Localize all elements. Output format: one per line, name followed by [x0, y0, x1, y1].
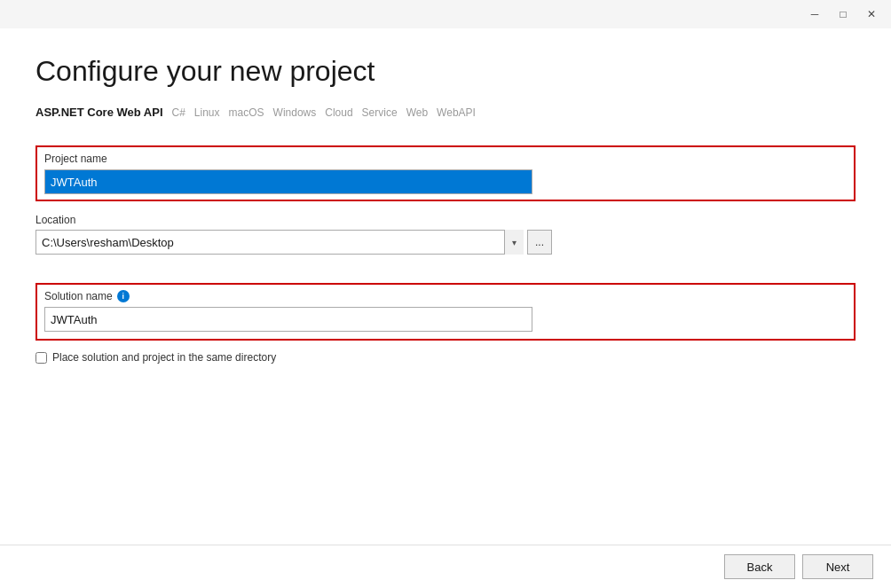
close-button[interactable]: ✕ [859, 4, 884, 24]
tag-separator: C# [172, 106, 185, 119]
bottom-bar: Back Next [0, 545, 891, 588]
tag-separator-3: macOS [229, 106, 264, 119]
tag-separator-6: Service [362, 106, 398, 119]
tag-separator-7: Web [406, 106, 428, 119]
main-content: Configure your new project ASP.NET Core … [0, 28, 891, 545]
location-label: Location [35, 214, 856, 226]
next-button[interactable]: Next [802, 554, 873, 579]
minimize-button[interactable]: ─ [802, 4, 827, 24]
back-button[interactable]: Back [724, 554, 795, 579]
project-name-label: Project name [44, 153, 847, 165]
same-directory-checkbox[interactable] [35, 352, 47, 364]
location-select-wrapper: C:\Users\resham\Desktop ▾ [35, 230, 524, 255]
form-section: Project name Location C:\Users\resham\De… [35, 145, 856, 527]
maximize-button[interactable]: □ [831, 4, 856, 24]
page-title: Configure your new project [35, 55, 856, 88]
tags-row: ASP.NET Core Web API C# Linux macOS Wind… [35, 106, 856, 119]
title-bar: ─ □ ✕ [0, 0, 891, 28]
same-directory-label: Place solution and project in the same d… [52, 351, 276, 364]
framework-label: ASP.NET Core Web API [35, 106, 163, 119]
solution-name-label: Solution name i [44, 290, 847, 302]
location-select[interactable]: C:\Users\resham\Desktop [35, 230, 524, 255]
tag-separator-4: Windows [273, 106, 317, 119]
solution-name-info-icon[interactable]: i [117, 290, 130, 302]
tag-separator-8: WebAPI [437, 106, 476, 119]
location-row: C:\Users\resham\Desktop ▾ ... [35, 230, 856, 255]
same-directory-row: Place solution and project in the same d… [35, 351, 856, 364]
browse-button[interactable]: ... [527, 230, 552, 255]
tag-separator-5: Cloud [325, 106, 352, 119]
solution-name-input[interactable] [44, 307, 532, 332]
location-group: Location C:\Users\resham\Desktop ▾ ... [35, 214, 856, 269]
project-name-input[interactable] [44, 169, 532, 194]
tag-separator-2: Linux [194, 106, 220, 119]
